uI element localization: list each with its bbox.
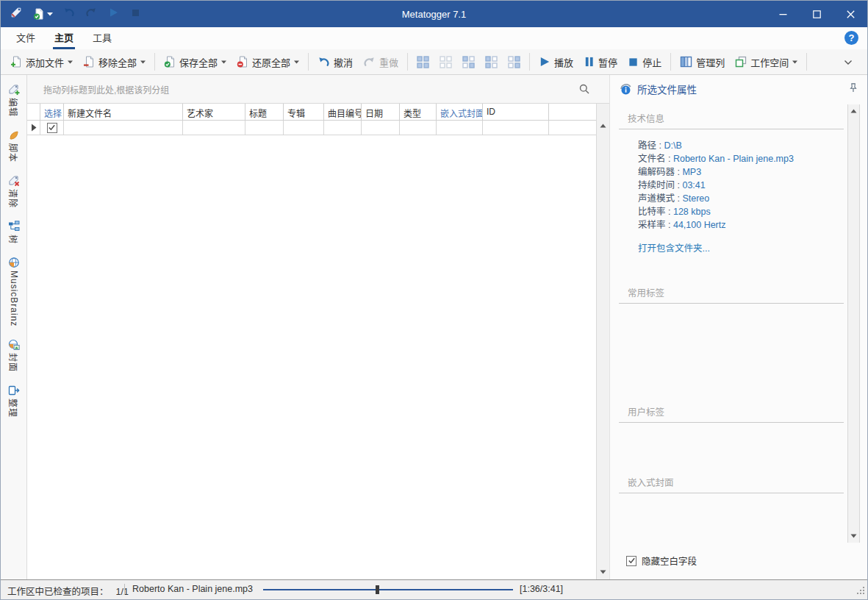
tab-home[interactable]: 主页 (45, 26, 83, 49)
quick-stop-button[interactable] (129, 7, 141, 21)
scroll-down-button[interactable] (848, 530, 859, 542)
uncheck-all-button[interactable] (434, 51, 457, 73)
left-tool-sidebar: 编辑 脚本 清除 树 MusicBrainz 封面 (1, 75, 27, 579)
scroll-up-button[interactable] (597, 119, 609, 132)
triangle-up-icon (600, 124, 606, 128)
open-containing-folder-link[interactable]: 打开包含文件夹... (638, 240, 710, 254)
triangle-down-icon (850, 534, 857, 538)
column-header-title[interactable]: 标题 (245, 104, 284, 120)
check-all-button[interactable] (412, 51, 434, 73)
sidebar-item-label: 清除 (7, 189, 20, 208)
column-header-track-number[interactable]: 曲目编号 (324, 104, 362, 120)
sidebar-item-cover[interactable]: 封面 (7, 339, 20, 372)
column-header-id[interactable]: ID (483, 104, 549, 120)
hide-blank-fields-option[interactable]: 隐藏空白字段 (626, 554, 697, 568)
check-selected-button[interactable] (480, 51, 503, 73)
toolbar-separator (407, 53, 408, 71)
remove-file-icon (83, 56, 95, 68)
column-header-select[interactable]: 选择 (40, 104, 64, 120)
row-title-cell (245, 121, 284, 135)
properties-header: 所选文件属性 (610, 75, 867, 103)
quick-play-button[interactable] (107, 7, 119, 21)
row-marker-icon (31, 124, 37, 132)
play-icon (539, 56, 550, 68)
group-by-bar[interactable]: 拖动列标题到此处,根据该列分组 (27, 75, 609, 104)
row-checkbox[interactable] (47, 123, 57, 133)
restore-all-button[interactable]: 还原全部 (232, 51, 304, 73)
grid-all-icon (416, 55, 430, 69)
collapse-ribbon-button[interactable] (833, 57, 863, 68)
hide-blank-fields-checkbox[interactable] (626, 556, 636, 566)
seek-thumb[interactable] (376, 585, 379, 594)
quick-undo-button[interactable] (63, 7, 75, 21)
organize-icon (8, 385, 20, 396)
file-list-panel: 拖动列标题到此处,根据该列分组 选择 新建文件名 艺术家 标题 专辑 曲目编号 … (27, 75, 609, 579)
redo-button[interactable]: 重做 (358, 51, 403, 73)
section-gap (619, 423, 844, 468)
minimize-button[interactable] (766, 1, 800, 27)
sidebar-item-tree[interactable]: 树 (7, 221, 20, 244)
remove-all-button[interactable]: 移除全部 (78, 51, 151, 73)
sidebar-item-label: 整理 (7, 399, 20, 418)
file-grid: 选择 新建文件名 艺术家 标题 专辑 曲目编号 日期 类型 嵌入式封面 ID (27, 104, 609, 579)
properties-vertical-scrollbar[interactable] (847, 104, 860, 543)
grid-left-icon (484, 55, 498, 69)
row-filler-cell (549, 121, 596, 135)
search-button[interactable] (578, 83, 590, 95)
play-label: 播放 (554, 55, 573, 69)
column-header-new-filename[interactable]: 新建文件名 (64, 104, 183, 120)
save-all-icon (164, 56, 176, 68)
sidebar-item-clear[interactable]: 清除 (7, 175, 20, 208)
add-files-button[interactable]: 添加文件 (5, 51, 78, 73)
help-button[interactable]: ? (844, 31, 858, 45)
titlebar[interactable]: Metatogger 7.1 (1, 1, 867, 27)
grid-none-icon (439, 55, 453, 69)
column-header-marker (27, 104, 40, 120)
sidebar-item-edit[interactable]: 编辑 (7, 84, 20, 117)
table-row[interactable] (27, 121, 596, 135)
maximize-button[interactable] (800, 1, 833, 27)
column-header-date[interactable]: 日期 (362, 104, 400, 120)
now-playing-filename: Roberto Kan - Plain jene.mp3 (132, 584, 253, 594)
uncheck-selected-button[interactable] (503, 51, 526, 73)
playback-time: [1:36/3:41] (520, 584, 563, 594)
sidebar-item-script[interactable]: 脚本 (7, 129, 20, 162)
quick-save-all-button[interactable] (33, 8, 53, 20)
field-bitrate: 比特率 : 128 kbps (638, 205, 844, 218)
section-title-technical-info: 技术信息 (619, 104, 844, 129)
checked-items-status: 工作区中已检查的项目：1/1 (7, 584, 129, 598)
redo-icon (363, 56, 376, 68)
restore-all-icon (237, 56, 248, 68)
pause-button[interactable]: 暂停 (578, 51, 623, 73)
properties-scroll-area: 技术信息 路径 : D:\B 文件名 : Roberto Kan - Plain… (619, 104, 844, 543)
column-header-album[interactable]: 专辑 (284, 104, 324, 120)
column-header-genre[interactable]: 类型 (400, 104, 437, 120)
tab-tools[interactable]: 工具 (83, 26, 121, 49)
row-genre-cell (400, 121, 437, 135)
sidebar-item-label: MusicBrainz (9, 271, 19, 326)
seek-slider[interactable] (263, 589, 513, 590)
resize-grip[interactable] (857, 587, 865, 597)
manage-columns-button[interactable]: 管理列 (675, 51, 730, 73)
tree-icon (8, 221, 20, 232)
tag-plus-icon (8, 84, 20, 96)
row-track-cell (324, 121, 362, 135)
file-info-icon (619, 82, 633, 96)
stop-button[interactable]: 停止 (623, 51, 667, 73)
close-button[interactable] (833, 1, 867, 27)
save-all-button[interactable]: 保存全部 (159, 51, 232, 73)
column-header-artist[interactable]: 艺术家 (183, 104, 245, 120)
scroll-up-button[interactable] (848, 105, 859, 117)
grid-vertical-scrollbar[interactable] (596, 104, 609, 579)
quick-redo-button[interactable] (85, 7, 97, 21)
invert-check-button[interactable] (457, 51, 480, 73)
tab-file[interactable]: 文件 (7, 26, 45, 49)
workspace-button[interactable]: 工作空间 (730, 51, 803, 73)
column-header-embedded-cover[interactable]: 嵌入式封面 (437, 104, 483, 120)
pin-button[interactable] (847, 82, 858, 96)
sidebar-item-organize[interactable]: 整理 (7, 385, 20, 418)
scroll-down-button[interactable] (597, 565, 609, 578)
play-button[interactable]: 播放 (534, 51, 578, 73)
undo-button[interactable]: 撤消 (312, 51, 358, 73)
sidebar-item-musicbrainz[interactable]: MusicBrainz (8, 257, 20, 326)
